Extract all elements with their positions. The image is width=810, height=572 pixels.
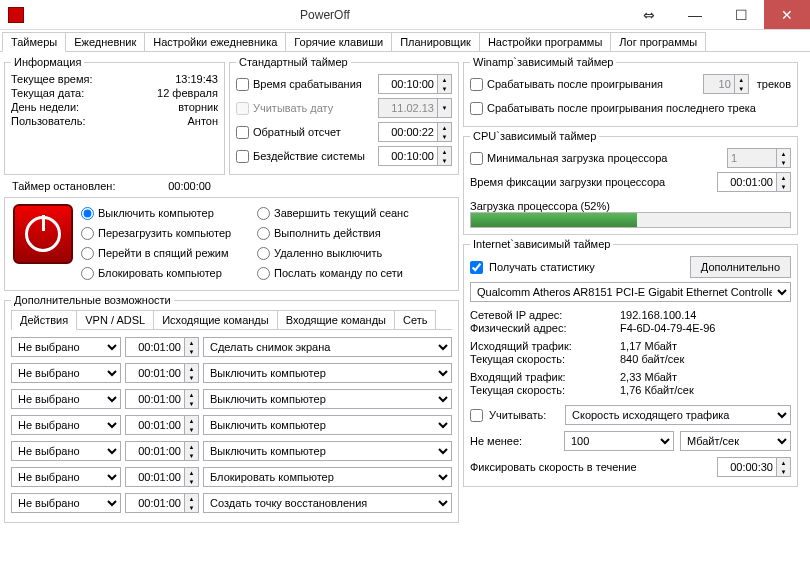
extra-sel[interactable]: Не выбрано (11, 389, 121, 409)
action-radio[interactable]: Перейти в спящий режим (81, 244, 251, 262)
extra-action[interactable]: Сделать снимок экрана (203, 337, 452, 357)
std-timer-fieldset: Стандартный таймер Время срабатывания▲▼ … (229, 56, 459, 175)
extra-sel[interactable]: Не выбрано (11, 467, 121, 487)
tab-0[interactable]: Таймеры (2, 32, 66, 52)
tab-5[interactable]: Настройки программы (479, 32, 611, 51)
extra-action[interactable]: Выключить компьютер (203, 415, 452, 435)
timer-stopped-value: 00:00:00 (168, 180, 211, 192)
tab-3[interactable]: Горячие клавиши (285, 32, 392, 51)
extra-time[interactable] (125, 389, 185, 409)
cpu-minload-input (727, 148, 777, 168)
unit-select[interactable]: Мбайт/сек (680, 431, 791, 451)
cpu-load-label: Загрузка процессора (52%) (470, 200, 791, 212)
winamp-after-play-checkbox[interactable] (470, 78, 483, 91)
minimize-button[interactable]: — (672, 0, 718, 29)
subtab-4[interactable]: Сеть (394, 310, 436, 329)
subtab-0[interactable]: Действия (11, 310, 77, 330)
spin-arrows[interactable]: ▲▼ (438, 74, 452, 94)
date-checkbox (236, 102, 249, 115)
extra-sel[interactable]: Не выбрано (11, 415, 121, 435)
countdown-checkbox[interactable] (236, 126, 249, 139)
restore-down-icon[interactable]: ⇔ (626, 0, 672, 29)
extra-sel[interactable]: Не выбрано (11, 441, 121, 461)
speed-type-select[interactable]: Скорость исходящего трафика (565, 405, 791, 425)
extra-action[interactable]: Выключить компьютер (203, 363, 452, 383)
countdown-input[interactable] (378, 122, 438, 142)
actions-fieldset: Выключить компьютерПерезагрузить компьют… (4, 197, 459, 291)
idle-checkbox[interactable] (236, 150, 249, 163)
close-button[interactable]: ✕ (764, 0, 810, 29)
fix-speed-input[interactable] (717, 457, 777, 477)
titlebar: PowerOff ⇔ — ☐ ✕ (0, 0, 810, 30)
extra-time[interactable] (125, 337, 185, 357)
extra-time[interactable] (125, 363, 185, 383)
extra-action[interactable]: Блокировать компьютер (203, 467, 452, 487)
tab-4[interactable]: Планировщик (391, 32, 480, 51)
action-radio[interactable]: Послать команду по сети (257, 264, 427, 282)
action-radio[interactable]: Блокировать компьютер (81, 264, 251, 282)
trigger-time-input[interactable] (378, 74, 438, 94)
subtab-3[interactable]: Входящие команды (277, 310, 395, 329)
extra-time[interactable] (125, 441, 185, 461)
idle-input[interactable] (378, 146, 438, 166)
extra-time[interactable] (125, 415, 185, 435)
subtab-2[interactable]: Исходящие команды (153, 310, 278, 329)
app-icon (8, 7, 24, 23)
extra-time[interactable] (125, 493, 185, 513)
extra-sel[interactable]: Не выбрано (11, 493, 121, 513)
tab-6[interactable]: Лог программы (610, 32, 706, 51)
inet-fieldset: Internet`зависимый таймер Получать стати… (463, 238, 798, 487)
subtab-1[interactable]: VPN / ADSL (76, 310, 154, 329)
action-radio[interactable]: Перезагрузить компьютер (81, 224, 251, 242)
maximize-button[interactable]: ☐ (718, 0, 764, 29)
tab-1[interactable]: Ежедневник (65, 32, 145, 51)
date-input (378, 98, 438, 118)
adapter-select[interactable]: Qualcomm Atheros AR8151 PCI-E Gigabit Et… (470, 282, 791, 302)
extra-action[interactable]: Выключить компьютер (203, 389, 452, 409)
winamp-after-last-checkbox[interactable] (470, 102, 483, 115)
cpu-fieldset: CPU`зависимый таймер Минимальная загрузк… (463, 130, 798, 235)
cpu-fixtime-input[interactable] (717, 172, 777, 192)
extra-action[interactable]: Создать точку восстановления (203, 493, 452, 513)
cpu-minload-checkbox[interactable] (470, 152, 483, 165)
trigger-time-checkbox[interactable] (236, 78, 249, 91)
winamp-fieldset: Winamp`зависимый таймер Срабатывать посл… (463, 56, 798, 127)
more-button[interactable]: Дополнительно (690, 256, 791, 278)
action-radio[interactable]: Удаленно выключить (257, 244, 427, 262)
power-icon (13, 204, 73, 264)
getstat-checkbox[interactable] (470, 261, 483, 274)
action-radio[interactable]: Завершить текущий сеанс (257, 204, 427, 222)
window-title: PowerOff (24, 8, 626, 22)
tracks-input (703, 74, 735, 94)
extra-sel[interactable]: Не выбрано (11, 337, 121, 357)
action-radio[interactable]: Выполнить действия (257, 224, 427, 242)
extra-action[interactable]: Выключить компьютер (203, 441, 452, 461)
action-radio[interactable]: Выключить компьютер (81, 204, 251, 222)
atleast-select[interactable]: 100 (564, 431, 674, 451)
extra-time[interactable] (125, 467, 185, 487)
timer-stopped-label: Таймер остановлен: (12, 180, 115, 192)
consider-checkbox[interactable] (470, 409, 483, 422)
extra-sel[interactable]: Не выбрано (11, 363, 121, 383)
tab-2[interactable]: Настройки ежедневника (144, 32, 286, 51)
extra-subtabs: ДействияVPN / ADSLИсходящие командыВходя… (11, 310, 452, 330)
extra-fieldset: Дополнительные возможности ДействияVPN /… (4, 294, 459, 523)
main-tabs: ТаймерыЕжедневникНастройки ежедневникаГо… (0, 30, 810, 52)
info-fieldset: Информация Текущее время:13:19:43Текущая… (4, 56, 225, 175)
cpu-progress (470, 212, 791, 228)
